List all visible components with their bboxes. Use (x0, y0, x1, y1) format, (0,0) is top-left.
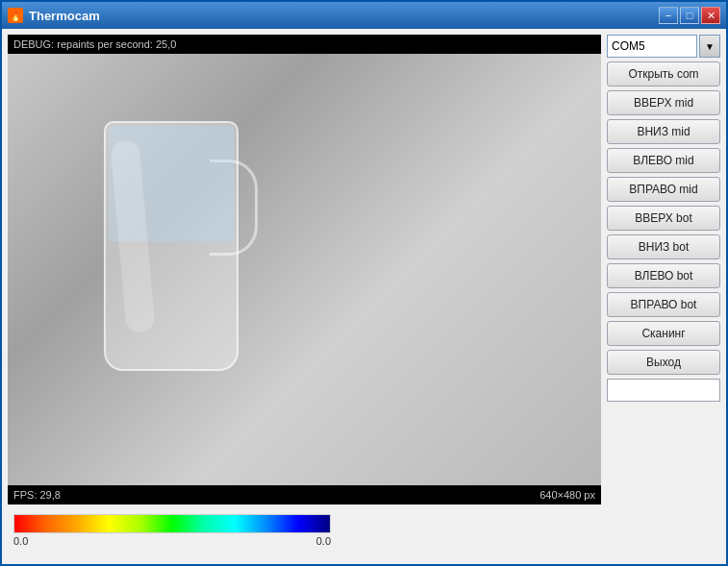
down-bot-button[interactable]: ВНИЗ bot (607, 234, 720, 259)
dropdown-arrow-icon[interactable]: ▼ (699, 35, 720, 58)
exit-button[interactable]: Выход (607, 350, 720, 375)
fps-display: FPS: 29,8 (13, 489, 61, 501)
left-bot-button[interactable]: ВЛЕВО bot (607, 263, 720, 288)
up-bot-button[interactable]: ВВЕРХ bot (607, 206, 720, 231)
main-area: DEBUG: repaints per second: 25,0 (8, 35, 720, 504)
color-labels: 0.0 0.0 (13, 535, 331, 547)
status-bar: FPS: 29,8 640×480 px (8, 485, 601, 504)
close-button[interactable]: ✕ (701, 7, 720, 24)
color-gradient (13, 514, 331, 533)
scanning-button[interactable]: Сканинг (607, 321, 720, 346)
sidebar: COM5 COM1 COM2 COM3 COM4 ▼ Открыть com В… (607, 35, 720, 504)
text-input[interactable] (607, 379, 720, 402)
resolution-display: 640×480 px (540, 489, 595, 501)
right-mid-button[interactable]: ВПРАВО mid (607, 177, 720, 202)
color-bar-area: 0.0 0.0 (8, 510, 720, 558)
up-mid-button[interactable]: ВВЕРХ mid (607, 90, 720, 115)
restore-button[interactable]: □ (680, 7, 699, 24)
window-title: Thermocam (29, 9, 659, 23)
camera-image (8, 54, 601, 485)
down-mid-button[interactable]: ВНИЗ mid (607, 119, 720, 144)
app-icon: 🔥 (8, 8, 23, 23)
window-controls: − □ ✕ (659, 7, 720, 24)
debug-bar: DEBUG: repaints per second: 25,0 (8, 35, 601, 54)
camera-view (8, 54, 601, 485)
debug-text: DEBUG: repaints per second: 25,0 (13, 38, 176, 50)
com-select-row: COM5 COM1 COM2 COM3 COM4 ▼ (607, 35, 720, 58)
left-mid-button[interactable]: ВЛЕВО mid (607, 148, 720, 173)
color-min-label: 0.0 (13, 535, 28, 547)
com-dropdown[interactable]: COM5 COM1 COM2 COM3 COM4 (607, 35, 697, 58)
camera-panel: DEBUG: repaints per second: 25,0 (8, 35, 601, 504)
minimize-button[interactable]: − (659, 7, 678, 24)
main-window: 🔥 Thermocam − □ ✕ DEBUG: repaints per se… (0, 0, 728, 566)
right-bot-button[interactable]: ВПРАВО bot (607, 292, 720, 317)
color-max-label: 0.0 (316, 535, 331, 547)
mug-shape (65, 83, 258, 390)
title-bar: 🔥 Thermocam − □ ✕ (2, 2, 726, 29)
open-com-button[interactable]: Открыть com (607, 62, 720, 86)
window-content: DEBUG: repaints per second: 25,0 (2, 29, 726, 564)
